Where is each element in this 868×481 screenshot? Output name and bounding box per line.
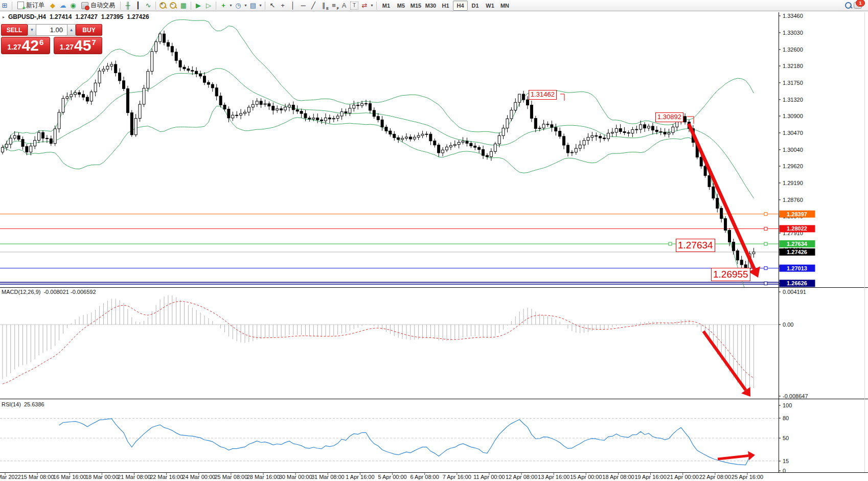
svg-text:1.28760: 1.28760 xyxy=(783,197,803,203)
dropdown-caret-icon[interactable]: ▾ xyxy=(243,3,248,8)
svg-text:1.31750: 1.31750 xyxy=(783,80,803,86)
svg-text:1.27426: 1.27426 xyxy=(787,249,807,255)
price-annotation[interactable]: 1.30892 xyxy=(655,112,683,122)
timeframe-w1[interactable]: W1 xyxy=(483,1,497,11)
crosshair-icon[interactable]: + xyxy=(278,1,288,10)
svg-text:24 Mar 00:00: 24 Mar 00:00 xyxy=(182,474,215,480)
svg-text:1.29620: 1.29620 xyxy=(783,163,803,169)
bar-chart-icon[interactable]: ╫ xyxy=(123,1,133,10)
arrows-shapes-icon[interactable]: ⇄ xyxy=(359,1,370,10)
svg-text:15 Mar 08:00: 15 Mar 08:00 xyxy=(21,474,54,480)
one-click-prices: 1.27 42 6 1.27 45 7 xyxy=(1,37,102,54)
cursor-icon[interactable]: ↖ xyxy=(267,1,278,10)
dropdown-caret-icon[interactable]: ▾ xyxy=(370,3,374,8)
svg-text:28 Mar 16:00: 28 Mar 16:00 xyxy=(247,474,280,480)
sell-price-button[interactable]: 1.27 42 6 xyxy=(1,37,50,54)
svg-text:5 Apr 00:00: 5 Apr 00:00 xyxy=(378,474,406,480)
rsi-axis: 1008050150 xyxy=(779,402,792,474)
timeframe-h4[interactable]: H4 xyxy=(453,1,468,11)
chart-shift-icon[interactable]: ▷ xyxy=(203,1,214,10)
notifications-icon[interactable]: 1 xyxy=(854,1,867,10)
text-icon[interactable]: A xyxy=(339,1,349,10)
svg-text:13 Apr 16:00: 13 Apr 16:00 xyxy=(538,474,569,480)
price-annotation[interactable]: 1.26955 xyxy=(711,268,750,281)
hline-handle[interactable] xyxy=(669,242,672,245)
volume-increase-button[interactable]: ▲ xyxy=(67,24,76,36)
svg-text:25 Apr 16:00: 25 Apr 16:00 xyxy=(732,474,763,480)
sell-button[interactable]: SELL xyxy=(1,24,28,36)
svg-text:30 Mar 00:00: 30 Mar 00:00 xyxy=(279,474,312,480)
signals-icon[interactable]: ◉ xyxy=(68,1,78,10)
sell-price-prefix: 1.27 xyxy=(7,43,21,51)
horizontal-lines xyxy=(0,214,779,284)
dropdown-caret-icon[interactable]: ▾ xyxy=(229,3,233,8)
timeframe-m30[interactable]: M30 xyxy=(423,1,438,11)
buy-price-pip: 7 xyxy=(92,38,96,47)
search-icon[interactable] xyxy=(843,1,854,10)
new-chart-icon[interactable]: ⊞ xyxy=(0,1,10,10)
hline-handle[interactable] xyxy=(764,282,767,285)
vertical-line-icon[interactable]: │ xyxy=(288,1,298,10)
hline-handle[interactable] xyxy=(764,213,767,216)
toolbar: ⊞+新订单◆☁◉自动交易╫┃∿+−▦▶▷+▾◷▾▤▾↖+│─╱∥E≡FAT⇄▾M… xyxy=(0,0,868,11)
price-annotation[interactable]: 1.31462 xyxy=(529,90,557,100)
svg-text:1.26626: 1.26626 xyxy=(787,280,807,286)
autoscroll-icon[interactable]: ▶ xyxy=(193,1,203,10)
macd-values: -0.008021 -0.006592 xyxy=(43,289,96,295)
new-order-icon: + xyxy=(17,2,24,9)
ohlc-low: 1.27395 xyxy=(101,13,123,20)
line-chart-icon[interactable]: ∿ xyxy=(143,1,153,10)
candle-chart-icon[interactable]: ┃ xyxy=(133,1,143,10)
hline-handle[interactable] xyxy=(764,227,767,230)
svg-text:19 Apr 16:00: 19 Apr 16:00 xyxy=(634,474,666,480)
svg-text:1.32180: 1.32180 xyxy=(783,63,803,69)
autotrade-button[interactable]: 自动交易 xyxy=(78,1,118,10)
autotrade-icon xyxy=(81,2,88,9)
price-annotation[interactable]: 1.27634 xyxy=(676,239,715,252)
timeframe-m1[interactable]: M1 xyxy=(379,1,394,11)
ohlc-high: 1.27427 xyxy=(75,13,97,20)
timeframe-m15[interactable]: M15 xyxy=(408,1,423,11)
buy-price-button[interactable]: 1.27 45 7 xyxy=(54,37,103,54)
zoom-in-icon[interactable]: + xyxy=(158,1,168,10)
main-trend-arrow[interactable] xyxy=(689,124,760,278)
svg-text:18 Apr 08:00: 18 Apr 08:00 xyxy=(602,474,634,480)
timeframe-mn[interactable]: MN xyxy=(497,1,512,11)
hline-handle[interactable] xyxy=(764,267,767,270)
macd-trend-arrow[interactable] xyxy=(703,331,750,397)
fibonacci-icon[interactable]: ≡F xyxy=(329,1,339,10)
svg-text:1.28022: 1.28022 xyxy=(787,225,807,232)
toolbar-separator xyxy=(120,2,121,10)
zoom-out-icon[interactable]: − xyxy=(168,1,178,10)
one-click-top-row: SELL ▼ 1.00 ▲ BUY xyxy=(1,24,102,36)
rsi-trend-arrow[interactable] xyxy=(718,451,755,461)
trendline-icon[interactable]: ╱ xyxy=(308,1,318,10)
buy-button[interactable]: BUY xyxy=(76,24,102,36)
horizontal-line-icon[interactable]: ─ xyxy=(298,1,308,10)
hline-handle[interactable] xyxy=(764,242,767,245)
dropdown-caret-icon[interactable]: ▾ xyxy=(258,3,263,8)
svg-text:1.29190: 1.29190 xyxy=(783,180,803,186)
candles xyxy=(2,31,755,273)
templates-icon[interactable]: ▤ xyxy=(248,1,258,10)
price-tag: 1.28397 xyxy=(780,211,815,218)
svg-text:25 Mar 08:00: 25 Mar 08:00 xyxy=(214,474,247,480)
notification-badge: 1 xyxy=(856,0,865,7)
timeframe-h1[interactable]: H1 xyxy=(438,1,453,11)
volume-input[interactable]: 1.00 xyxy=(36,24,67,36)
svg-text:1.27634: 1.27634 xyxy=(787,241,808,247)
ohlc-open: 1.27414 xyxy=(50,13,72,20)
timeframe-m5[interactable]: M5 xyxy=(394,1,408,11)
tile-windows-icon[interactable]: ▦ xyxy=(178,1,189,10)
bollinger-bands xyxy=(3,20,753,304)
equidistant-channel-icon[interactable]: ∥E xyxy=(318,1,329,10)
new-order-button[interactable]: +新订单 xyxy=(14,1,48,10)
volume-decrease-button[interactable]: ▼ xyxy=(28,24,36,36)
gold-icon[interactable]: ◆ xyxy=(48,1,58,10)
svg-text:15 Apr 00:00: 15 Apr 00:00 xyxy=(570,474,602,480)
text-label-icon[interactable]: T xyxy=(349,1,359,10)
indicators-icon[interactable]: + xyxy=(218,1,229,10)
timeframe-d1[interactable]: D1 xyxy=(468,1,483,11)
periods-icon[interactable]: ◷ xyxy=(233,1,243,10)
community-icon[interactable]: ☁ xyxy=(58,1,68,10)
